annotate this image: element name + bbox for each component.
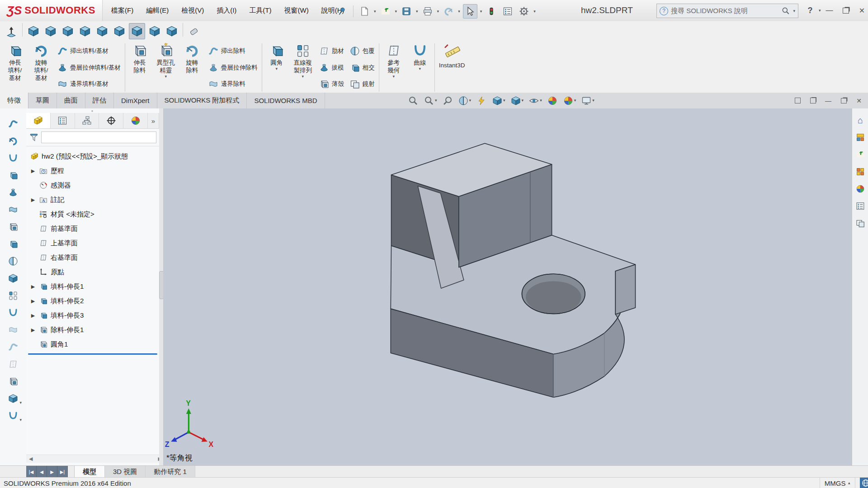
tool-icon-16[interactable] bbox=[5, 374, 21, 388]
shell-button[interactable]: 薄殼 bbox=[317, 76, 346, 92]
panes-icon[interactable] bbox=[854, 217, 867, 230]
expand-arrow-icon[interactable]: ▶ bbox=[30, 313, 36, 319]
tool-icon-9[interactable] bbox=[5, 254, 21, 268]
new-document-button[interactable] bbox=[358, 5, 371, 18]
linear-pattern-caret[interactable]: ▾ bbox=[302, 75, 304, 79]
lofted-cut-button[interactable]: 疊層拉伸除料 bbox=[206, 60, 259, 75]
front-view-button[interactable] bbox=[26, 23, 41, 39]
tool-icon-5[interactable] bbox=[5, 185, 21, 199]
menu-view[interactable]: 檢視(V) bbox=[175, 3, 210, 19]
doc-window-icon-2[interactable] bbox=[807, 95, 818, 106]
menu-file[interactable]: 檔案(F) bbox=[105, 3, 140, 19]
tree-item-right-plane[interactable]: 右基準面 bbox=[26, 250, 159, 265]
tree-item-fillet1[interactable]: 圓角1 bbox=[26, 337, 159, 352]
tree-item-material[interactable]: 材質 <未指定> bbox=[26, 207, 159, 221]
zoom-to-area-button[interactable]: ▾ bbox=[423, 94, 438, 107]
expand-arrow-icon[interactable]: ▶ bbox=[30, 197, 36, 203]
save-caret[interactable]: ▾ bbox=[416, 9, 418, 14]
doc-window-icon-1[interactable] bbox=[792, 95, 803, 106]
hide-show-items-button[interactable]: ▾ bbox=[528, 94, 543, 107]
trimetric-view-button[interactable] bbox=[147, 23, 162, 39]
tab-evaluate[interactable]: 評估 bbox=[85, 93, 114, 108]
tool-icon-6[interactable] bbox=[5, 202, 21, 216]
select-tool-button[interactable] bbox=[463, 4, 477, 19]
restore-button[interactable] bbox=[838, 4, 854, 17]
previous-view-button[interactable] bbox=[441, 94, 454, 107]
tab-motion-study[interactable]: 動作研究 1 bbox=[146, 466, 195, 478]
tool-icon-7[interactable] bbox=[5, 220, 21, 234]
tool-icon-3[interactable] bbox=[5, 151, 21, 165]
search-input[interactable]: 搜尋 SOLIDWORKS 說明 bbox=[671, 7, 778, 15]
section-view-button[interactable]: ▾ bbox=[457, 94, 472, 107]
tool-icon-1[interactable] bbox=[5, 117, 21, 131]
menu-edit[interactable]: 編輯(E) bbox=[140, 3, 175, 19]
right-view-button[interactable] bbox=[77, 23, 93, 39]
extruded-cut-button[interactable]: 伸長 除料 bbox=[127, 42, 153, 94]
tree-filter-input[interactable] bbox=[41, 131, 156, 143]
units-caret[interactable]: ▾ bbox=[848, 481, 850, 485]
revolved-boss-button[interactable]: 旋轉 填料/ 基材 bbox=[28, 42, 54, 94]
tab-dimxpert[interactable]: DimXpert bbox=[114, 93, 157, 108]
revolved-cut-button[interactable]: 旋轉 除料 bbox=[179, 42, 205, 94]
view-settings-button[interactable]: ▾ bbox=[580, 94, 595, 107]
tab-addins[interactable]: SOLIDWORKS 附加程式 bbox=[157, 93, 247, 108]
rollback-bar[interactable] bbox=[28, 353, 157, 355]
reference-geometry-button[interactable]: 參考 幾何 ▾ bbox=[381, 42, 407, 94]
tool-icon-18[interactable]: ▾ bbox=[5, 408, 21, 422]
tab-model[interactable]: 模型 bbox=[75, 466, 105, 478]
open-button[interactable] bbox=[379, 5, 392, 18]
scroll-left-icon[interactable]: ◀ bbox=[29, 456, 33, 462]
apply-scene-button[interactable]: ▾ bbox=[562, 94, 577, 107]
tree-item-boss-extrude2[interactable]: ▶ 填料-伸長2 bbox=[26, 294, 159, 308]
swept-boss-button[interactable]: 掃出填料/基材 bbox=[55, 43, 123, 59]
menu-tools[interactable]: 工具(T) bbox=[243, 3, 278, 19]
prev-tab-icon[interactable]: ◀ bbox=[37, 466, 47, 478]
zoom-to-fit-button[interactable] bbox=[407, 94, 420, 107]
curves-caret[interactable]: ▾ bbox=[419, 67, 421, 71]
lofted-boss-button[interactable]: 疊層拉伸填料/基材 bbox=[55, 60, 123, 75]
intersect-button[interactable]: 相交 bbox=[348, 60, 377, 75]
expand-arrow-icon[interactable]: ▶ bbox=[30, 284, 36, 290]
bottom-view-button[interactable] bbox=[112, 23, 127, 39]
dynamic-annotation-button[interactable] bbox=[475, 94, 488, 107]
design-library-icon[interactable] bbox=[854, 131, 867, 144]
part-3d-view[interactable]: Y X Z bbox=[163, 108, 851, 465]
property-manager-tab[interactable] bbox=[51, 113, 75, 128]
featuremanager-design-tree-tab[interactable] bbox=[26, 113, 51, 128]
tree-item-history[interactable]: ▶ 歷程 bbox=[26, 164, 159, 178]
tree-root[interactable]: hw2 (預設<<預設>_顯示狀態 bbox=[26, 149, 159, 164]
filter-funnel-icon[interactable] bbox=[29, 132, 39, 142]
print-caret[interactable]: ▾ bbox=[437, 9, 439, 14]
tree-item-front-plane[interactable]: 前基準面 bbox=[26, 221, 159, 236]
wrap-button[interactable]: 包覆 bbox=[348, 43, 377, 59]
configuration-manager-tab[interactable] bbox=[75, 113, 99, 128]
next-tab-icon[interactable]: ▶ bbox=[47, 466, 57, 478]
back-view-button[interactable] bbox=[43, 23, 58, 39]
home-icon[interactable]: ⌂ bbox=[854, 114, 867, 127]
dimetric-view-button[interactable] bbox=[164, 23, 179, 39]
tree-item-top-plane[interactable]: 上基準面 bbox=[26, 236, 159, 250]
tree-item-origin[interactable]: 原點 bbox=[26, 265, 159, 279]
last-tab-icon[interactable]: ▶| bbox=[57, 466, 68, 478]
units-selector[interactable]: MMGS bbox=[825, 479, 846, 487]
top-view-button[interactable] bbox=[94, 23, 110, 39]
tab-surfaces[interactable]: 曲面 bbox=[57, 93, 85, 108]
help-caret[interactable]: ▾ bbox=[819, 9, 821, 13]
boundary-boss-button[interactable]: 邊界填料/基材 bbox=[55, 76, 123, 92]
eraser-icon[interactable] bbox=[186, 23, 202, 39]
web-help-globe-icon[interactable] bbox=[860, 478, 868, 488]
expand-arrow-icon[interactable]: ▶ bbox=[30, 168, 36, 174]
appearances-icon[interactable] bbox=[854, 183, 867, 195]
view-orientation-button[interactable]: ▾ bbox=[491, 94, 506, 107]
fillet-caret[interactable]: ▾ bbox=[276, 67, 278, 71]
select-caret[interactable]: ▾ bbox=[480, 9, 482, 14]
extruded-boss-button[interactable]: 伸長 填料/ 基材 bbox=[2, 42, 28, 94]
menu-window[interactable]: 視窗(W) bbox=[278, 3, 315, 19]
search-box[interactable]: ? 搜尋 SOLIDWORKS 說明 ▾ bbox=[656, 4, 798, 18]
tab-features[interactable]: 特徵 bbox=[0, 93, 28, 108]
rebuild-icon[interactable] bbox=[485, 5, 498, 18]
panel-horizontal-scrollbar[interactable]: ◀ ▶ bbox=[26, 455, 165, 463]
search-help-icon[interactable]: ? bbox=[660, 7, 668, 15]
swept-cut-button[interactable]: 掃出除料 bbox=[206, 43, 259, 59]
tool-icon-11[interactable] bbox=[5, 288, 21, 302]
